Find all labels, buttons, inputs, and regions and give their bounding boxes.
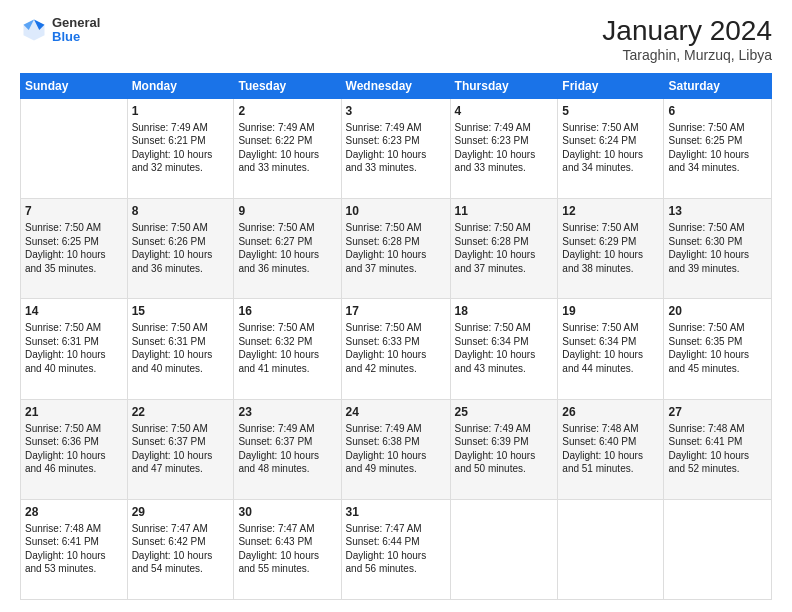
day-number: 14 xyxy=(25,303,123,319)
daylight-text: Daylight: 10 hours and 44 minutes. xyxy=(562,349,643,374)
daylight-text: Daylight: 10 hours and 53 minutes. xyxy=(25,550,106,575)
week-row-0: 1Sunrise: 7:49 AMSunset: 6:21 PMDaylight… xyxy=(21,98,772,198)
calendar-table: SundayMondayTuesdayWednesdayThursdayFrid… xyxy=(20,73,772,600)
header-cell-tuesday: Tuesday xyxy=(234,73,341,98)
sunset-text: Sunset: 6:37 PM xyxy=(238,436,312,447)
calendar-cell: 22Sunrise: 7:50 AMSunset: 6:37 PMDayligh… xyxy=(127,399,234,499)
logo-text: General Blue xyxy=(52,16,100,45)
day-number: 9 xyxy=(238,203,336,219)
sunrise-text: Sunrise: 7:50 AM xyxy=(562,122,638,133)
sunset-text: Sunset: 6:34 PM xyxy=(562,336,636,347)
day-number: 1 xyxy=(132,103,230,119)
week-row-3: 21Sunrise: 7:50 AMSunset: 6:36 PMDayligh… xyxy=(21,399,772,499)
sunrise-text: Sunrise: 7:49 AM xyxy=(346,423,422,434)
calendar-cell: 29Sunrise: 7:47 AMSunset: 6:42 PMDayligh… xyxy=(127,499,234,599)
sunrise-text: Sunrise: 7:50 AM xyxy=(668,222,744,233)
day-number: 17 xyxy=(346,303,446,319)
daylight-text: Daylight: 10 hours and 49 minutes. xyxy=(346,450,427,475)
daylight-text: Daylight: 10 hours and 34 minutes. xyxy=(668,149,749,174)
logo-general: General xyxy=(52,16,100,30)
daylight-text: Daylight: 10 hours and 32 minutes. xyxy=(132,149,213,174)
day-number: 21 xyxy=(25,404,123,420)
day-number: 19 xyxy=(562,303,659,319)
calendar-cell xyxy=(664,499,772,599)
sunset-text: Sunset: 6:27 PM xyxy=(238,236,312,247)
week-row-2: 14Sunrise: 7:50 AMSunset: 6:31 PMDayligh… xyxy=(21,299,772,399)
sunset-text: Sunset: 6:26 PM xyxy=(132,236,206,247)
sunrise-text: Sunrise: 7:50 AM xyxy=(132,222,208,233)
daylight-text: Daylight: 10 hours and 52 minutes. xyxy=(668,450,749,475)
sunrise-text: Sunrise: 7:47 AM xyxy=(238,523,314,534)
week-row-1: 7Sunrise: 7:50 AMSunset: 6:25 PMDaylight… xyxy=(21,199,772,299)
sunrise-text: Sunrise: 7:49 AM xyxy=(455,122,531,133)
subtitle: Taraghin, Murzuq, Libya xyxy=(602,47,772,63)
calendar-cell: 16Sunrise: 7:50 AMSunset: 6:32 PMDayligh… xyxy=(234,299,341,399)
sunrise-text: Sunrise: 7:50 AM xyxy=(562,322,638,333)
day-number: 25 xyxy=(455,404,554,420)
sunrise-text: Sunrise: 7:50 AM xyxy=(25,322,101,333)
sunset-text: Sunset: 6:33 PM xyxy=(346,336,420,347)
sunset-text: Sunset: 6:41 PM xyxy=(25,536,99,547)
sunrise-text: Sunrise: 7:47 AM xyxy=(132,523,208,534)
daylight-text: Daylight: 10 hours and 33 minutes. xyxy=(346,149,427,174)
sunrise-text: Sunrise: 7:50 AM xyxy=(346,222,422,233)
header-cell-wednesday: Wednesday xyxy=(341,73,450,98)
sunset-text: Sunset: 6:28 PM xyxy=(455,236,529,247)
sunrise-text: Sunrise: 7:50 AM xyxy=(455,322,531,333)
calendar-cell: 5Sunrise: 7:50 AMSunset: 6:24 PMDaylight… xyxy=(558,98,664,198)
sunset-text: Sunset: 6:37 PM xyxy=(132,436,206,447)
daylight-text: Daylight: 10 hours and 34 minutes. xyxy=(562,149,643,174)
calendar-cell: 30Sunrise: 7:47 AMSunset: 6:43 PMDayligh… xyxy=(234,499,341,599)
day-number: 5 xyxy=(562,103,659,119)
sunset-text: Sunset: 6:42 PM xyxy=(132,536,206,547)
day-number: 26 xyxy=(562,404,659,420)
daylight-text: Daylight: 10 hours and 37 minutes. xyxy=(346,249,427,274)
calendar-body: 1Sunrise: 7:49 AMSunset: 6:21 PMDaylight… xyxy=(21,98,772,599)
sunrise-text: Sunrise: 7:50 AM xyxy=(132,322,208,333)
day-number: 3 xyxy=(346,103,446,119)
sunrise-text: Sunrise: 7:50 AM xyxy=(668,322,744,333)
daylight-text: Daylight: 10 hours and 48 minutes. xyxy=(238,450,319,475)
calendar-cell: 1Sunrise: 7:49 AMSunset: 6:21 PMDaylight… xyxy=(127,98,234,198)
sunset-text: Sunset: 6:41 PM xyxy=(668,436,742,447)
daylight-text: Daylight: 10 hours and 36 minutes. xyxy=(132,249,213,274)
day-number: 13 xyxy=(668,203,767,219)
sunset-text: Sunset: 6:28 PM xyxy=(346,236,420,247)
sunrise-text: Sunrise: 7:49 AM xyxy=(238,122,314,133)
sunrise-text: Sunrise: 7:50 AM xyxy=(132,423,208,434)
header-cell-monday: Monday xyxy=(127,73,234,98)
sunset-text: Sunset: 6:38 PM xyxy=(346,436,420,447)
sunrise-text: Sunrise: 7:50 AM xyxy=(25,423,101,434)
day-number: 27 xyxy=(668,404,767,420)
daylight-text: Daylight: 10 hours and 55 minutes. xyxy=(238,550,319,575)
daylight-text: Daylight: 10 hours and 40 minutes. xyxy=(25,349,106,374)
day-number: 30 xyxy=(238,504,336,520)
main-title: January 2024 xyxy=(602,16,772,47)
sunrise-text: Sunrise: 7:48 AM xyxy=(562,423,638,434)
day-number: 20 xyxy=(668,303,767,319)
calendar-cell: 18Sunrise: 7:50 AMSunset: 6:34 PMDayligh… xyxy=(450,299,558,399)
calendar-cell: 26Sunrise: 7:48 AMSunset: 6:40 PMDayligh… xyxy=(558,399,664,499)
calendar-cell: 9Sunrise: 7:50 AMSunset: 6:27 PMDaylight… xyxy=(234,199,341,299)
header-cell-thursday: Thursday xyxy=(450,73,558,98)
day-number: 12 xyxy=(562,203,659,219)
calendar-cell: 4Sunrise: 7:49 AMSunset: 6:23 PMDaylight… xyxy=(450,98,558,198)
calendar-cell: 15Sunrise: 7:50 AMSunset: 6:31 PMDayligh… xyxy=(127,299,234,399)
calendar-cell: 24Sunrise: 7:49 AMSunset: 6:38 PMDayligh… xyxy=(341,399,450,499)
calendar-cell: 23Sunrise: 7:49 AMSunset: 6:37 PMDayligh… xyxy=(234,399,341,499)
sunset-text: Sunset: 6:35 PM xyxy=(668,336,742,347)
sunset-text: Sunset: 6:25 PM xyxy=(25,236,99,247)
calendar-cell: 2Sunrise: 7:49 AMSunset: 6:22 PMDaylight… xyxy=(234,98,341,198)
daylight-text: Daylight: 10 hours and 47 minutes. xyxy=(132,450,213,475)
calendar-cell: 8Sunrise: 7:50 AMSunset: 6:26 PMDaylight… xyxy=(127,199,234,299)
daylight-text: Daylight: 10 hours and 33 minutes. xyxy=(238,149,319,174)
calendar-cell: 7Sunrise: 7:50 AMSunset: 6:25 PMDaylight… xyxy=(21,199,128,299)
sunset-text: Sunset: 6:36 PM xyxy=(25,436,99,447)
daylight-text: Daylight: 10 hours and 56 minutes. xyxy=(346,550,427,575)
daylight-text: Daylight: 10 hours and 38 minutes. xyxy=(562,249,643,274)
day-number: 15 xyxy=(132,303,230,319)
sunset-text: Sunset: 6:40 PM xyxy=(562,436,636,447)
daylight-text: Daylight: 10 hours and 54 minutes. xyxy=(132,550,213,575)
svg-marker-0 xyxy=(24,20,45,41)
day-number: 22 xyxy=(132,404,230,420)
